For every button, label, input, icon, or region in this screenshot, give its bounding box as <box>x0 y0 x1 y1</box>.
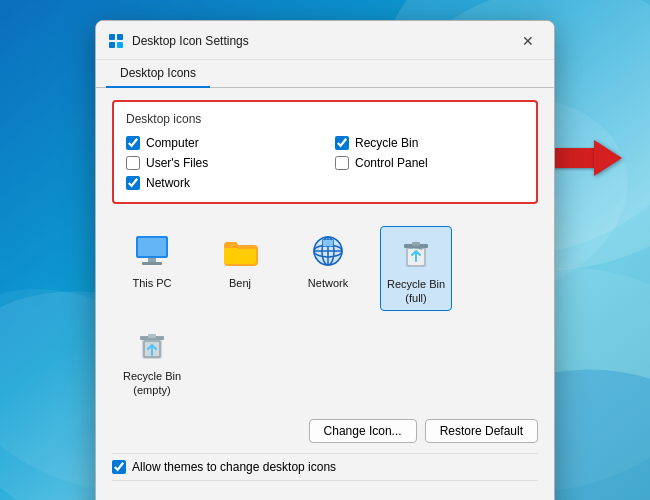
tab-desktop-icons[interactable]: Desktop Icons <box>106 60 210 88</box>
recycle-bin-full-label: Recycle Bin(full) <box>387 277 445 306</box>
benj-folder-icon <box>219 230 261 272</box>
checkbox-control-panel[interactable]: Control Panel <box>335 156 524 170</box>
icon-item-recycle-empty[interactable]: Recycle Bin(empty) <box>116 319 188 402</box>
this-pc-label: This PC <box>132 276 171 290</box>
benj-label: Benj <box>229 276 251 290</box>
change-icon-button[interactable]: Change Icon... <box>309 419 417 443</box>
network-icon <box>307 230 349 272</box>
recycle-bin-full-icon <box>395 231 437 273</box>
recycle-bin-empty-icon <box>131 323 173 365</box>
svg-rect-15 <box>142 262 162 265</box>
network-label: Network <box>308 276 348 290</box>
svg-rect-14 <box>148 258 156 262</box>
svg-rect-33 <box>148 334 156 338</box>
svg-rect-13 <box>138 238 166 256</box>
dialog-titlebar: Desktop Icon Settings ✕ <box>96 21 554 60</box>
dialog-content: Desktop icons Computer Recycle Bin User'… <box>96 88 554 500</box>
checkbox-users-files-input[interactable] <box>126 156 140 170</box>
checkbox-recycle-bin-label: Recycle Bin <box>355 136 418 150</box>
checkbox-network-input[interactable] <box>126 176 140 190</box>
theme-checkbox-input[interactable] <box>112 460 126 474</box>
checkbox-computer-input[interactable] <box>126 136 140 150</box>
icon-item-this-pc[interactable]: This PC <box>116 226 188 311</box>
svg-rect-10 <box>109 42 115 48</box>
theme-checkbox-label: Allow themes to change desktop icons <box>132 460 336 474</box>
icon-item-network[interactable]: Network <box>292 226 364 311</box>
close-button[interactable]: ✕ <box>514 29 542 53</box>
svg-rect-29 <box>412 242 420 246</box>
theme-row: Allow themes to change desktop icons <box>112 453 538 481</box>
checkbox-control-panel-input[interactable] <box>335 156 349 170</box>
svg-rect-8 <box>109 34 115 40</box>
svg-rect-23 <box>323 240 333 246</box>
restore-default-button[interactable]: Restore Default <box>425 419 538 443</box>
checkbox-computer[interactable]: Computer <box>126 136 315 150</box>
icons-preview-grid: This PC Benj <box>112 218 538 409</box>
dialog-window: Desktop Icon Settings ✕ Desktop Icons De… <box>95 20 555 500</box>
checkbox-users-files[interactable]: User's Files <box>126 156 315 170</box>
recycle-bin-empty-label: Recycle Bin(empty) <box>123 369 181 398</box>
checkbox-control-panel-label: Control Panel <box>355 156 428 170</box>
tabs-bar: Desktop Icons <box>96 60 554 88</box>
checkbox-network[interactable]: Network <box>126 176 315 190</box>
this-pc-icon <box>131 230 173 272</box>
checkboxes-grid: Computer Recycle Bin User's Files Contro… <box>126 136 524 190</box>
svg-rect-9 <box>117 34 123 40</box>
checkbox-computer-label: Computer <box>146 136 199 150</box>
icon-item-benj[interactable]: Benj <box>204 226 276 311</box>
checkbox-recycle-bin[interactable]: Recycle Bin <box>335 136 524 150</box>
checkbox-recycle-bin-input[interactable] <box>335 136 349 150</box>
checkbox-network-label: Network <box>146 176 190 190</box>
icon-item-recycle-full[interactable]: Recycle Bin(full) <box>380 226 452 311</box>
action-buttons-row: Change Icon... Restore Default <box>112 419 538 443</box>
svg-rect-11 <box>117 42 123 48</box>
desktop-icons-section: Desktop icons Computer Recycle Bin User'… <box>112 100 538 204</box>
section-title: Desktop icons <box>126 112 524 126</box>
titlebar-left: Desktop Icon Settings <box>108 33 249 49</box>
settings-icon <box>108 33 124 49</box>
checkbox-users-files-label: User's Files <box>146 156 208 170</box>
dialog-title: Desktop Icon Settings <box>132 34 249 48</box>
